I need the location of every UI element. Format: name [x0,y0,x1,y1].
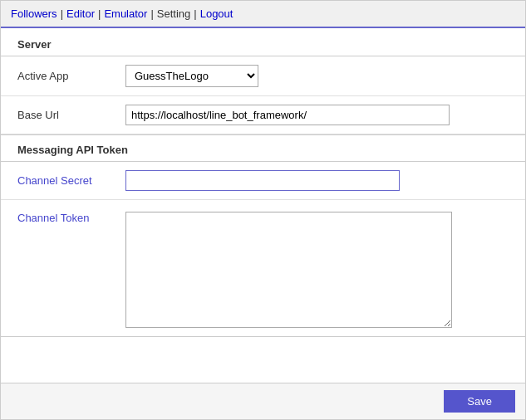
nav-sep-4: | [194,7,196,20]
bottom-bar: Save [1,383,525,419]
navbar: Followers | Editor | Emulator | Setting … [1,1,525,28]
nav-editor[interactable]: Editor [66,7,95,20]
server-section: Server [1,28,525,51]
base-url-row: Base Url [1,96,525,134]
base-url-input[interactable] [125,105,450,125]
main-content: Server Active App GuessTheLogo Base Url … [1,28,525,383]
nav-sep-3: | [150,7,153,20]
nav-sep-2: | [98,7,101,20]
nav-logout[interactable]: Logout [200,7,234,20]
server-section-title: Server [17,38,509,51]
nav-sep-1: | [61,7,63,20]
nav-setting: Setting [157,7,190,20]
bottom-divider [1,336,525,337]
nav-followers[interactable]: Followers [11,7,57,20]
main-window: Followers | Editor | Emulator | Setting … [0,0,526,420]
active-app-row: Active App GuessTheLogo [1,56,525,96]
channel-secret-label: Channel Secret [17,174,125,187]
nav-emulator[interactable]: Emulator [104,7,147,20]
active-app-select[interactable]: GuessTheLogo [125,65,258,87]
channel-secret-row: Channel Secret [1,162,525,200]
channel-token-textarea[interactable] [125,212,452,328]
active-app-label: Active App [17,70,125,82]
save-button[interactable]: Save [444,390,515,413]
channel-secret-input[interactable] [125,170,400,191]
channel-token-row: Channel Token [1,200,525,336]
channel-token-label: Channel Token [17,212,125,224]
base-url-label: Base Url [17,109,125,121]
messaging-section-header: Messaging API Token [1,135,525,161]
